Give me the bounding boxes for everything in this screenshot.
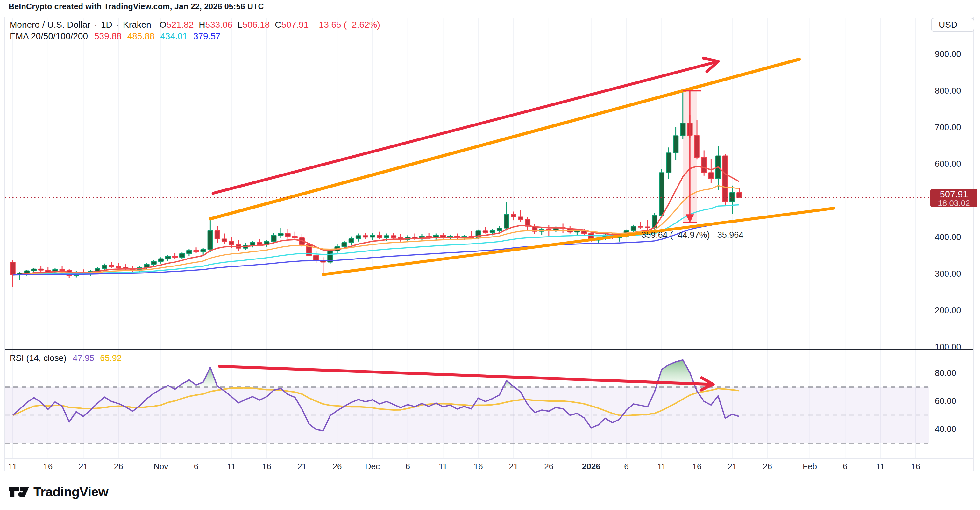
price-tick-label: 200.00: [935, 305, 961, 316]
symbol-title[interactable]: Monero / U.S. Dollar: [10, 20, 91, 30]
legend-separator: ·: [94, 20, 97, 30]
ohlc-o-value: O521.82: [159, 20, 194, 30]
measure-tool-label: −359.64 (−44.97%) −35,964: [636, 230, 743, 240]
tradingview-logo-text: TradingView: [33, 485, 108, 499]
ohlc-values: O521.82H533.06L506.18C507.91: [159, 20, 309, 30]
ohlc-h-value: H533.06: [199, 20, 232, 30]
ema-legend-values: 539.88485.88434.01379.57: [94, 31, 221, 41]
ohlc-c-value: C507.91: [275, 20, 309, 30]
price-tick-label: 100.00: [935, 342, 961, 352]
ema-legend-label[interactable]: EMA 20/50/100/200: [10, 31, 88, 41]
rsi-legend[interactable]: RSI (14, close) 47.9565.92: [10, 353, 122, 363]
attribution-text: BeInCrypto created with TradingView.com,…: [9, 2, 264, 11]
price-tick-label: 700.00: [935, 122, 961, 132]
tradingview-logo-icon: [9, 486, 29, 498]
time-tick-label: 26: [745, 462, 790, 472]
rsi-value: 65.92: [100, 353, 122, 363]
rsi-legend-values: 47.9565.92: [73, 353, 122, 363]
exchange-label: Kraken: [123, 20, 151, 30]
chart-canvas[interactable]: [0, 0, 980, 510]
rsi-pane[interactable]: [5, 360, 929, 443]
time-tick-label: 16: [893, 462, 938, 472]
bar-countdown: 18:03:02: [930, 199, 977, 207]
time-tick-label: 26: [527, 462, 571, 472]
change-value: −13.65 (−2.62%): [313, 20, 380, 30]
ema-value: 379.57: [193, 31, 221, 41]
interval-label[interactable]: 1D: [101, 20, 112, 30]
rsi-tick-label: 80.00: [935, 368, 956, 378]
price-tick-label: 800.00: [935, 86, 961, 96]
rsi-value: 47.95: [73, 353, 95, 363]
drawing-objects[interactable]: [5, 58, 930, 390]
price-tick-label: 300.00: [935, 269, 961, 279]
symbol-legend[interactable]: Monero / U.S. Dollar · 1D · Kraken O521.…: [10, 20, 380, 30]
legend-separator: ·: [116, 20, 119, 30]
ema-legend[interactable]: EMA 20/50/100/200 539.88485.88434.01379.…: [10, 31, 221, 41]
rsi-tick-label: 40.00: [935, 424, 956, 434]
ohlc-l-value: L506.18: [237, 20, 270, 30]
ema-value: 434.01: [160, 31, 188, 41]
ema-value: 539.88: [94, 31, 122, 41]
time-tick-label: 26: [96, 462, 141, 472]
price-tick-label: 600.00: [935, 159, 961, 169]
currency-unit-button[interactable]: USD: [931, 18, 974, 32]
tradingview-logo[interactable]: TradingView: [9, 485, 108, 499]
last-price-value: 507.91: [930, 189, 977, 199]
rsi-legend-label[interactable]: RSI (14, close): [10, 353, 67, 363]
main-price-pane[interactable]: [11, 91, 742, 287]
ema-value: 485.88: [127, 31, 155, 41]
price-tick-label: 900.00: [935, 49, 961, 59]
last-price-badge: 507.91 18:03:02: [930, 189, 977, 207]
price-tick-label: 400.00: [935, 232, 961, 242]
rsi-tick-label: 60.00: [935, 396, 956, 406]
